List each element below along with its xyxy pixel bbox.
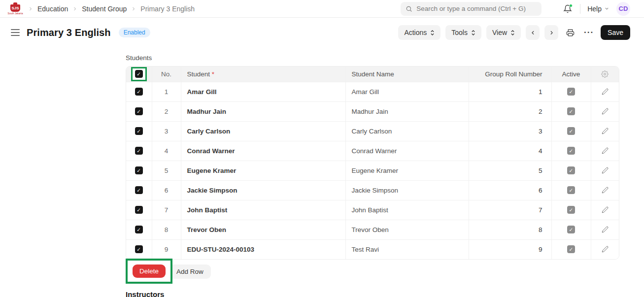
actions-label: Actions (404, 29, 427, 36)
breadcrumb-current-page: Primary 3 English (140, 5, 195, 13)
roll-number-cell[interactable]: 7 (469, 200, 551, 220)
sidebar-toggle-icon[interactable] (11, 29, 20, 36)
select-all-checkbox[interactable] (135, 70, 143, 78)
printer-icon (566, 29, 575, 37)
active-checkbox[interactable] (567, 107, 575, 115)
search-input[interactable] (416, 5, 537, 12)
row-number: 2 (152, 101, 181, 121)
next-record-button[interactable] (544, 25, 558, 40)
active-checkbox[interactable] (567, 166, 575, 174)
roll-number-cell[interactable]: 1 (469, 82, 551, 101)
active-checkbox[interactable] (567, 206, 575, 214)
roll-number-cell[interactable]: 4 (469, 141, 551, 161)
row-select-checkbox[interactable] (135, 226, 143, 233)
student-name-cell[interactable]: Conrad Warner (345, 141, 469, 161)
breadcrumb-student-group[interactable]: Student Group (82, 5, 127, 13)
student-name-cell[interactable]: Trevor Oben (345, 220, 469, 239)
student-name-cell[interactable]: Amar Gill (345, 82, 469, 101)
chevron-updown-icon (510, 29, 515, 36)
edit-row-button[interactable] (591, 180, 619, 200)
edit-row-button[interactable] (591, 161, 619, 180)
active-checkbox[interactable] (567, 245, 575, 253)
notifications-button[interactable] (562, 3, 573, 14)
active-checkbox[interactable] (567, 88, 575, 96)
edit-row-button[interactable] (591, 101, 619, 121)
status-badge: Enabled (119, 28, 150, 37)
student-link-cell[interactable]: Eugene Kramer (181, 161, 345, 180)
student-name-cell[interactable]: Eugene Kramer (345, 161, 469, 180)
row-select-checkbox[interactable] (135, 107, 143, 115)
row-select-checkbox[interactable] (135, 127, 143, 135)
view-dropdown-button[interactable]: View (486, 25, 521, 40)
student-link-cell[interactable]: Carly Carlson (181, 121, 345, 141)
active-checkbox[interactable] (567, 127, 575, 135)
app-logo[interactable]: SJS South Jakarta (8, 2, 23, 15)
edit-row-button[interactable] (591, 239, 619, 259)
student-link-cell[interactable]: EDU-STU-2024-00103 (181, 239, 345, 259)
active-checkbox[interactable] (567, 147, 575, 155)
page-actions: Actions Tools View ··· Save (398, 25, 630, 40)
global-search[interactable] (401, 2, 542, 16)
roll-number-cell[interactable]: 5 (469, 161, 551, 180)
help-menu[interactable]: Help (587, 5, 610, 13)
edit-row-button[interactable] (591, 220, 619, 239)
roll-number-cell[interactable]: 9 (469, 239, 551, 259)
column-header-student[interactable]: Student * (181, 66, 345, 82)
column-header-active[interactable]: Active (551, 66, 591, 82)
roll-number-cell[interactable]: 6 (469, 180, 551, 200)
edit-row-button[interactable] (591, 200, 619, 220)
print-button[interactable] (563, 25, 577, 40)
table-row: 6 Jackie Simpson Jackie Simpson 6 (126, 180, 619, 200)
student-link-cell[interactable]: Madhur Jain (181, 101, 345, 121)
student-name-cell[interactable]: Carly Carlson (345, 121, 469, 141)
roll-number-cell[interactable]: 8 (469, 220, 551, 239)
student-name-cell[interactable]: Jackie Simpson (345, 180, 469, 200)
student-name-cell[interactable]: Test Ravi (345, 239, 469, 259)
student-link-cell[interactable]: John Baptist (181, 200, 345, 220)
student-link-cell[interactable]: Jackie Simpson (181, 180, 345, 200)
pencil-icon (602, 246, 609, 253)
roll-number-cell[interactable]: 2 (469, 101, 551, 121)
ellipsis-icon: ··· (584, 30, 594, 35)
chevron-right-icon (131, 6, 136, 12)
student-link-cell[interactable]: Amar Gill (181, 82, 345, 101)
row-select-checkbox[interactable] (135, 88, 143, 96)
student-link-cell[interactable]: Conrad Warner (181, 141, 345, 161)
edit-row-button[interactable] (591, 141, 619, 161)
row-select-checkbox[interactable] (135, 147, 143, 155)
column-header-roll-number[interactable]: Group Roll Number (469, 66, 551, 82)
prev-record-button[interactable] (526, 25, 540, 40)
active-checkbox[interactable] (567, 226, 575, 233)
student-name-cell[interactable]: John Baptist (345, 200, 469, 220)
student-name-cell[interactable]: Madhur Jain (345, 101, 469, 121)
page-head: Primary 3 English Enabled Actions Tools … (0, 18, 644, 47)
edit-row-button[interactable] (591, 121, 619, 141)
menu-button[interactable]: ··· (582, 25, 596, 40)
edit-row-button[interactable] (591, 82, 619, 101)
form-body: Students No. Student * (126, 54, 619, 297)
table-row: 4 Conrad Warner Conrad Warner 4 (126, 141, 619, 161)
row-select-checkbox[interactable] (135, 186, 143, 194)
active-checkbox[interactable] (567, 186, 575, 194)
student-link-cell[interactable]: Trevor Oben (181, 220, 345, 239)
logo-subtext: South Jakarta (8, 12, 23, 15)
pencil-icon (602, 108, 609, 115)
avatar-initials: CD (619, 5, 628, 12)
user-avatar[interactable]: CD (616, 2, 630, 16)
table-row: 5 Eugene Kramer Eugene Kramer 5 (126, 161, 619, 180)
row-select-checkbox[interactable] (135, 245, 143, 253)
breadcrumb-education[interactable]: Education (37, 5, 68, 13)
tools-dropdown-button[interactable]: Tools (445, 25, 481, 40)
chevron-right-icon (28, 6, 34, 12)
pencil-icon (602, 187, 609, 194)
grid-settings-button[interactable] (591, 66, 619, 82)
navbar-divider (580, 4, 580, 14)
roll-number-cell[interactable]: 3 (469, 121, 551, 141)
chevron-updown-icon (471, 29, 475, 36)
delete-button[interactable]: Delete (133, 264, 166, 278)
row-select-checkbox[interactable] (135, 206, 143, 214)
column-header-student-name[interactable]: Student Name (345, 66, 469, 82)
actions-dropdown-button[interactable]: Actions (398, 25, 441, 40)
save-button[interactable]: Save (601, 25, 630, 40)
row-select-checkbox[interactable] (135, 166, 143, 174)
